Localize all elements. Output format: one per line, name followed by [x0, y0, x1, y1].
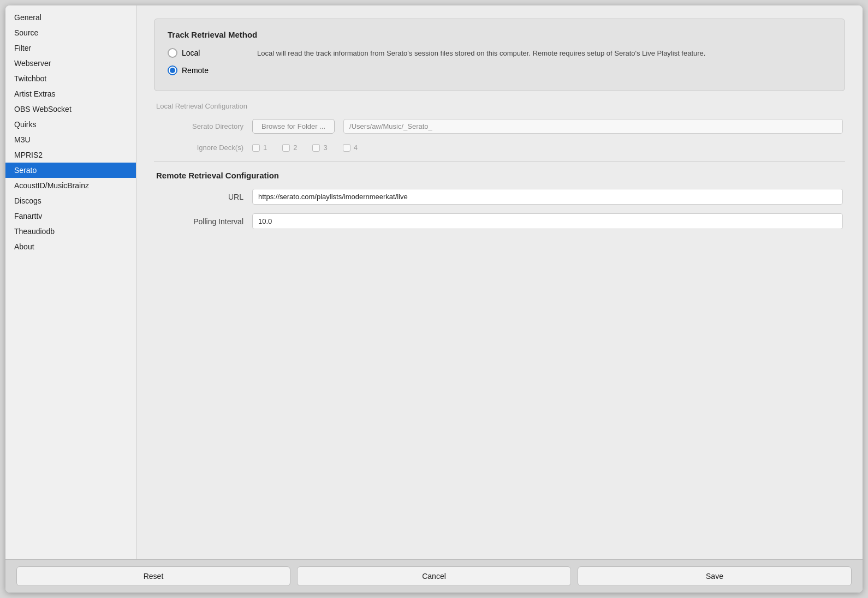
remote-radio-circle[interactable]	[168, 65, 177, 75]
local-config-section: Local Retrieval Configuration Serato Dir…	[154, 102, 845, 152]
sidebar-item-general[interactable]: General	[5, 10, 136, 25]
browse-folder-button[interactable]: Browse for Folder ...	[252, 119, 335, 134]
section-divider	[154, 162, 845, 162]
url-input[interactable]	[252, 189, 843, 205]
deck1-checkbox[interactable]	[252, 144, 260, 152]
track-retrieval-section: Track Retrieval Method Local Remote Loca…	[154, 19, 845, 91]
sidebar-item-mpris2[interactable]: MPRIS2	[5, 147, 136, 163]
track-retrieval-description: Local will read the track information fr…	[257, 48, 831, 59]
polling-input[interactable]	[252, 213, 843, 229]
track-retrieval-title: Track Retrieval Method	[168, 30, 831, 39]
main-panel: Track Retrieval Method Local Remote Loca…	[136, 5, 863, 559]
serato-directory-row: Serato Directory Browse for Folder ...	[156, 119, 843, 134]
deck-checkbox-1[interactable]: 1	[252, 143, 267, 152]
url-row: URL	[156, 189, 843, 205]
deck2-label: 2	[293, 143, 297, 152]
save-button[interactable]: Save	[578, 566, 852, 586]
ignore-decks-label: Ignore Deck(s)	[156, 143, 243, 152]
remote-config-title: Remote Retrieval Configuration	[156, 171, 843, 180]
local-radio-label: Local	[182, 49, 200, 57]
radio-options: Local Remote	[168, 48, 244, 75]
sidebar-item-source[interactable]: Source	[5, 25, 136, 40]
sidebar-item-twitchbot[interactable]: Twitchbot	[5, 71, 136, 86]
remote-radio-label: Remote	[182, 66, 209, 75]
sidebar-item-acoustid[interactable]: AcoustID/MusicBrainz	[5, 178, 136, 193]
url-label: URL	[156, 193, 243, 201]
sidebar-item-theaudiodb[interactable]: Theaudiodb	[5, 224, 136, 239]
sidebar-item-filter[interactable]: Filter	[5, 40, 136, 56]
deck4-label: 4	[354, 143, 358, 152]
reset-button[interactable]: Reset	[16, 566, 290, 586]
deck-checkbox-4[interactable]: 4	[343, 143, 358, 152]
deck4-checkbox[interactable]	[343, 144, 350, 152]
deck1-label: 1	[263, 143, 267, 152]
deck2-checkbox[interactable]	[282, 144, 290, 152]
sidebar-item-artist-extras[interactable]: Artist Extras	[5, 86, 136, 101]
deck3-checkbox[interactable]	[312, 144, 320, 152]
deck-checkbox-3[interactable]: 3	[312, 143, 327, 152]
local-config-title: Local Retrieval Configuration	[156, 102, 843, 110]
sidebar-item-about[interactable]: About	[5, 239, 136, 254]
deck-checkboxes: 1 2 3 4	[252, 143, 358, 152]
deck-checkbox-2[interactable]: 2	[282, 143, 297, 152]
sidebar-item-webserver[interactable]: Webserver	[5, 56, 136, 71]
sidebar-item-fanarttv[interactable]: Fanarttv	[5, 208, 136, 224]
ignore-decks-row: Ignore Deck(s) 1 2 3	[156, 143, 843, 152]
sidebar-item-quirks[interactable]: Quirks	[5, 117, 136, 132]
sidebar-item-obs-websocket[interactable]: OBS WebSocket	[5, 101, 136, 117]
sidebar-item-m3u[interactable]: M3U	[5, 132, 136, 147]
sidebar: GeneralSourceFilterWebserverTwitchbotArt…	[5, 5, 136, 559]
serato-path-input[interactable]	[343, 119, 843, 134]
remote-config-section: Remote Retrieval Configuration URL Polli…	[154, 171, 845, 229]
local-radio-circle[interactable]	[168, 48, 177, 58]
deck3-label: 3	[323, 143, 327, 152]
bottom-bar: Reset Cancel Save	[5, 559, 863, 593]
remote-radio-option[interactable]: Remote	[168, 65, 244, 75]
polling-label: Polling Interval	[156, 217, 243, 226]
polling-row: Polling Interval	[156, 213, 843, 229]
serato-dir-label: Serato Directory	[156, 122, 243, 130]
sidebar-item-serato[interactable]: Serato	[5, 163, 136, 178]
track-retrieval-options: Local Remote Local will read the track i…	[168, 48, 831, 75]
local-radio-option[interactable]: Local	[168, 48, 244, 58]
cancel-button[interactable]: Cancel	[297, 566, 571, 586]
sidebar-item-discogs[interactable]: Discogs	[5, 193, 136, 208]
